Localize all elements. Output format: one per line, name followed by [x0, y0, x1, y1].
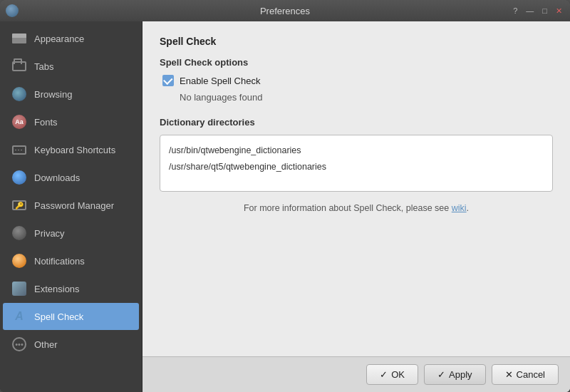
password-icon: 🔑	[11, 197, 27, 213]
tabs-icon	[11, 58, 27, 74]
dict-path-2: /usr/share/qt5/qtwebengine_dictionaries	[169, 159, 544, 175]
cancel-label: Cancel	[517, 369, 545, 380]
ok-button[interactable]: ✓ OK	[366, 364, 418, 385]
appearance-icon	[11, 31, 27, 46]
ok-label: OK	[391, 369, 405, 380]
sidebar-item-password-manager[interactable]: 🔑 Password Manager	[3, 192, 139, 219]
sidebar-item-privacy[interactable]: Privacy	[3, 220, 139, 247]
extensions-icon	[11, 281, 27, 296]
cancel-button[interactable]: ✕ Cancel	[492, 364, 559, 385]
no-languages-text: No languages found	[180, 92, 553, 103]
dict-directories-box: /usr/bin/qtwebengine_dictionaries /usr/s…	[160, 135, 553, 192]
fonts-icon: Aa	[11, 114, 27, 130]
privacy-icon	[11, 225, 27, 241]
titlebar: Preferences ? — □ ✕	[0, 0, 570, 21]
sidebar-item-appearance[interactable]: Appearance	[3, 25, 139, 52]
bottom-action-bar: ✓ OK ✓ Apply ✕ Cancel	[142, 356, 570, 392]
cancel-icon: ✕	[505, 369, 513, 380]
spell-check-options-title: Spell Check options	[160, 57, 553, 68]
sidebar-label-password: Password Manager	[34, 200, 114, 211]
sidebar-label-fonts: Fonts	[34, 117, 58, 128]
enable-spell-check-label: Enable Spell Check	[180, 76, 260, 86]
sidebar-label-spellcheck: Spell Check	[34, 311, 83, 322]
info-text-suffix: .	[467, 203, 469, 213]
dictionary-directories-section: Dictionary directories /usr/bin/qtwebeng…	[160, 117, 553, 192]
apply-icon: ✓	[437, 369, 445, 380]
sidebar-label-tabs: Tabs	[34, 61, 53, 72]
sidebar-label-downloads: Downloads	[34, 172, 80, 183]
main-panel: Spell Check Spell Check options Enable S…	[142, 21, 570, 392]
sidebar-item-extensions[interactable]: Extensions	[3, 275, 139, 302]
sidebar-item-keyboard-shortcuts[interactable]: Keyboard Shortcuts	[3, 136, 139, 163]
sidebar-label-appearance: Appearance	[34, 33, 84, 44]
apply-label: Apply	[449, 369, 472, 380]
enable-spell-check-checkbox[interactable]	[162, 75, 174, 86]
main-scroll-area: Spell Check Spell Check options Enable S…	[142, 21, 570, 356]
dict-directories-title: Dictionary directories	[160, 117, 553, 128]
browsing-icon	[11, 86, 27, 102]
close-button[interactable]: ✕	[552, 6, 566, 16]
spellcheck-icon: A	[11, 309, 27, 324]
ok-icon: ✓	[380, 369, 388, 380]
spell-check-info: For more information about Spell Check, …	[160, 203, 553, 213]
sidebar-label-privacy: Privacy	[34, 228, 65, 239]
sidebar-item-spell-check[interactable]: A Spell Check	[3, 303, 139, 330]
dict-path-1: /usr/bin/qtwebengine_dictionaries	[169, 143, 544, 159]
sidebar-label-extensions: Extensions	[34, 284, 80, 294]
other-icon: •••	[11, 336, 27, 352]
info-text-prefix: For more information about Spell Check, …	[244, 203, 452, 213]
sidebar-item-tabs[interactable]: Tabs	[3, 53, 139, 80]
sidebar-item-downloads[interactable]: Downloads	[3, 164, 139, 191]
apply-button[interactable]: ✓ Apply	[424, 364, 486, 385]
sidebar-label-notifications: Notifications	[34, 256, 85, 267]
window-title: Preferences	[260, 6, 310, 16]
sidebar: Appearance Tabs Browsing Aa Fonts	[0, 21, 142, 392]
sidebar-item-browsing[interactable]: Browsing	[3, 81, 139, 108]
enable-spell-check-row: Enable Spell Check	[162, 75, 553, 86]
sidebar-item-fonts[interactable]: Aa Fonts	[3, 108, 139, 135]
sidebar-item-notifications[interactable]: Notifications	[3, 247, 139, 274]
maximize-button[interactable]: □	[539, 6, 551, 16]
keyboard-icon	[11, 142, 27, 158]
main-content-area: Appearance Tabs Browsing Aa Fonts	[0, 21, 570, 392]
sidebar-label-keyboard: Keyboard Shortcuts	[34, 145, 115, 155]
preferences-window: Preferences ? — □ ✕ Appearance Tabs	[0, 0, 570, 392]
app-icon	[6, 4, 19, 17]
notifications-icon	[11, 253, 27, 269]
minimize-button[interactable]: —	[522, 6, 537, 16]
window-controls: ? — □ ✕	[509, 6, 566, 16]
help-button[interactable]: ?	[509, 6, 521, 16]
sidebar-label-other: Other	[34, 339, 58, 350]
spell-check-options-section: Spell Check options Enable Spell Check N…	[160, 57, 553, 103]
sidebar-item-other[interactable]: ••• Other	[3, 331, 139, 358]
sidebar-label-browsing: Browsing	[34, 89, 72, 100]
page-title: Spell Check	[160, 36, 553, 47]
downloads-icon	[11, 170, 27, 185]
wiki-link[interactable]: wiki	[452, 203, 467, 213]
